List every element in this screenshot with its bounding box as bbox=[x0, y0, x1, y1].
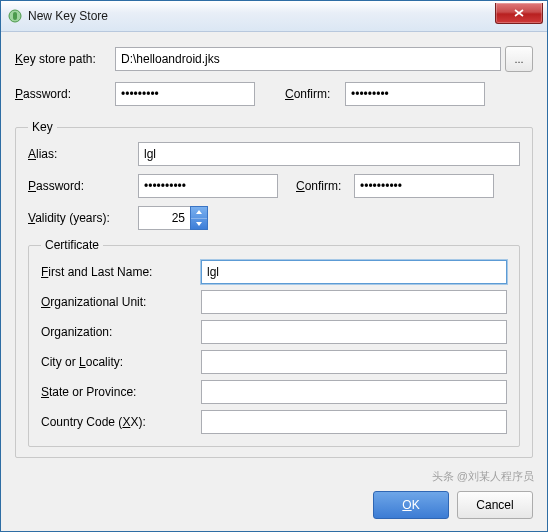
country-row: Country Code (XX): bbox=[41, 410, 507, 434]
org-unit-label: Organizational Unit: bbox=[41, 295, 201, 309]
key-legend: Key bbox=[28, 120, 57, 134]
key-password-label: Password: bbox=[28, 179, 138, 193]
app-icon bbox=[7, 8, 23, 24]
first-last-label: First and Last Name: bbox=[41, 265, 201, 279]
spinner-up[interactable] bbox=[191, 207, 207, 219]
org-unit-row: Organizational Unit: bbox=[41, 290, 507, 314]
titlebar: New Key Store bbox=[1, 1, 547, 32]
window-title: New Key Store bbox=[28, 9, 495, 23]
new-key-store-dialog: New Key Store Key store path: ... Passwo… bbox=[0, 0, 548, 532]
keystore-confirm-input[interactable] bbox=[345, 82, 485, 106]
org-input[interactable] bbox=[201, 320, 507, 344]
close-button[interactable] bbox=[495, 3, 543, 24]
key-confirm-label: Confirm: bbox=[296, 179, 354, 193]
button-bar: OK Cancel bbox=[1, 483, 547, 531]
state-input[interactable] bbox=[201, 380, 507, 404]
city-row: City or Locality: bbox=[41, 350, 507, 374]
city-input[interactable] bbox=[201, 350, 507, 374]
first-last-row: First and Last Name: bbox=[41, 260, 507, 284]
validity-row: Validity (years): bbox=[28, 206, 520, 230]
first-last-input[interactable] bbox=[201, 260, 507, 284]
alias-row: Alias: bbox=[28, 142, 520, 166]
key-confirm-input[interactable] bbox=[354, 174, 494, 198]
keystore-password-input[interactable] bbox=[115, 82, 255, 106]
keystore-path-input[interactable] bbox=[115, 47, 501, 71]
keystore-password-row: Password: Confirm: bbox=[15, 82, 533, 106]
keystore-path-label: Key store path: bbox=[15, 52, 115, 66]
validity-spinner[interactable] bbox=[190, 206, 208, 230]
validity-input[interactable] bbox=[138, 206, 190, 230]
validity-label: Validity (years): bbox=[28, 211, 138, 225]
country-input[interactable] bbox=[201, 410, 507, 434]
alias-input[interactable] bbox=[138, 142, 520, 166]
city-label: City or Locality: bbox=[41, 355, 201, 369]
dialog-content: Key store path: ... Password: Confirm: K… bbox=[1, 32, 547, 483]
alias-label: Alias: bbox=[28, 147, 138, 161]
spinner-down[interactable] bbox=[191, 219, 207, 230]
org-row: Organization: bbox=[41, 320, 507, 344]
certificate-legend: Certificate bbox=[41, 238, 103, 252]
keystore-confirm-label: Confirm: bbox=[285, 87, 345, 101]
certificate-fieldset: Certificate First and Last Name: Organiz… bbox=[28, 238, 520, 447]
key-password-row: Password: Confirm: bbox=[28, 174, 520, 198]
org-unit-input[interactable] bbox=[201, 290, 507, 314]
key-fieldset: Key Alias: Password: Confirm: Validity (… bbox=[15, 120, 533, 458]
cancel-button[interactable]: Cancel bbox=[457, 491, 533, 519]
state-label: State or Province: bbox=[41, 385, 201, 399]
keystore-password-label: Password: bbox=[15, 87, 115, 101]
country-label: Country Code (XX): bbox=[41, 415, 201, 429]
keystore-path-row: Key store path: ... bbox=[15, 46, 533, 72]
state-row: State or Province: bbox=[41, 380, 507, 404]
browse-button[interactable]: ... bbox=[505, 46, 533, 72]
org-label: Organization: bbox=[41, 325, 201, 339]
ok-button[interactable]: OK bbox=[373, 491, 449, 519]
svg-rect-1 bbox=[13, 12, 17, 20]
key-password-input[interactable] bbox=[138, 174, 278, 198]
